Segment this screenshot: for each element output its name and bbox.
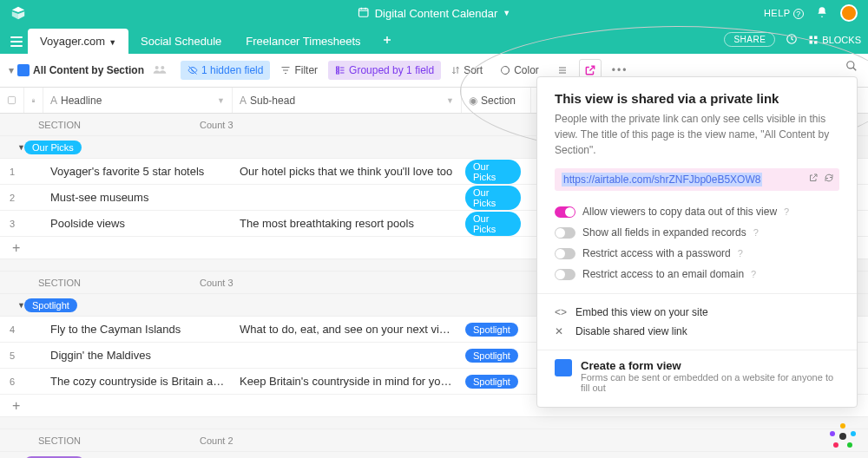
blocks-button[interactable]: BLOCKS (808, 35, 861, 45)
tab-freelancer-timesheets[interactable]: Freelancer Timesheets (233, 29, 372, 54)
refresh-link-icon[interactable] (824, 173, 834, 186)
svg-point-6 (161, 66, 164, 69)
svg-rect-0 (358, 8, 368, 16)
grid-view-icon (17, 64, 30, 76)
svg-point-11 (847, 62, 854, 69)
view-name[interactable]: All Content by Section (33, 64, 144, 76)
cell-section[interactable]: Spotlight (462, 375, 524, 389)
cell-headline[interactable]: The cozy countryside is Britain at its b… (43, 375, 233, 388)
cell-subhead[interactable]: What to do, eat, and see on your next vi… (233, 323, 462, 336)
cell-headline[interactable]: Diggin' the Maldives (43, 349, 233, 362)
help-link[interactable]: HELP ? (764, 8, 804, 19)
avatar[interactable] (840, 4, 858, 22)
base-title[interactable]: Digital Content Calendar (375, 7, 498, 20)
hidden-fields-button[interactable]: 1 hidden field (181, 61, 270, 80)
cell-subhead[interactable]: Keep Britain's countryside in mind for y… (233, 375, 462, 388)
svg-rect-2 (814, 36, 818, 39)
select-all-checkbox[interactable] (0, 88, 24, 113)
cell-headline[interactable]: Fly to the Cayman Islands (43, 323, 233, 336)
toggle[interactable] (555, 206, 575, 218)
sort-button[interactable]: Sort (444, 61, 490, 80)
toggle[interactable] (555, 227, 575, 239)
share-view-popover: This view is shared via a private link P… (536, 76, 858, 408)
form-icon (555, 359, 572, 376)
group-button[interactable]: Grouped by 1 field (328, 61, 441, 80)
help-icon[interactable]: ? (751, 269, 756, 279)
share-link-field[interactable]: https://airtable.com/shrZNFJbp0eB5XOW8 (555, 168, 839, 191)
share-button[interactable]: SHARE (724, 32, 775, 47)
view-switcher-icon[interactable]: ▾ (9, 64, 14, 76)
bell-icon[interactable] (816, 6, 828, 21)
filter-button[interactable]: Filter (273, 61, 325, 80)
svg-rect-9 (337, 72, 339, 74)
cell-headline[interactable]: Must-see museums (43, 191, 233, 204)
svg-point-5 (155, 66, 159, 69)
group-header: SECTIONCount 2 (0, 429, 868, 452)
help-icon[interactable]: ? (753, 227, 759, 238)
table-tabs: Voyager.com▼Social ScheduleFreelancer Ti… (0, 26, 868, 54)
svg-rect-12 (8, 96, 15, 103)
collaborators-icon[interactable] (153, 64, 167, 77)
svg-rect-7 (337, 67, 339, 69)
share-option[interactable]: Restrict access with a password ? (555, 243, 839, 264)
add-table-button[interactable] (375, 31, 399, 51)
cell-subhead[interactable]: Our hotel picks that we think you'll lov… (233, 165, 462, 178)
column-headline[interactable]: AHeadline▼ (43, 88, 233, 113)
app-titlebar: Digital Content Calendar ▼ HELP ? (0, 0, 868, 26)
cell-section[interactable]: Our Picks (462, 160, 524, 184)
toggle[interactable] (555, 269, 575, 280)
svg-rect-3 (810, 41, 813, 44)
popover-title: This view is shared via a private link (555, 91, 839, 106)
column-subhead[interactable]: ASub-head▼ (233, 88, 462, 113)
cell-headline[interactable]: Poolside views (43, 217, 233, 230)
toggle[interactable] (555, 248, 575, 259)
svg-rect-1 (810, 36, 813, 39)
help-icon[interactable]: ? (738, 248, 743, 258)
search-icon[interactable] (845, 60, 858, 75)
cell-section[interactable]: Our Picks (462, 212, 524, 236)
share-option[interactable]: Show all fields in expanded records ? (555, 222, 839, 243)
help-fab[interactable] (830, 423, 856, 449)
history-icon[interactable] (786, 33, 798, 47)
share-option[interactable]: Allow viewers to copy data out of this v… (555, 201, 839, 222)
embed-view-action[interactable]: <>Embed this view on your site (555, 303, 839, 322)
cell-section[interactable]: Spotlight (462, 349, 524, 363)
group-pill-row[interactable]: ▼Food Fare (0, 452, 868, 458)
tab-social-schedule[interactable]: Social Schedule (128, 29, 233, 54)
menu-icon[interactable] (7, 33, 26, 50)
svg-rect-8 (337, 69, 339, 71)
calendar-icon (358, 6, 370, 21)
column-section[interactable]: ◉Section (462, 88, 531, 113)
cell-headline[interactable]: Voyager's favorite 5 star hotels (43, 165, 233, 178)
cell-section[interactable]: Spotlight (462, 323, 524, 337)
share-option[interactable]: Restrict access to an email domain ? (555, 264, 839, 285)
tab-voyager-com[interactable]: Voyager.com▼ (28, 29, 128, 54)
popover-description: People with the private link can only se… (555, 111, 839, 158)
create-form-action[interactable]: Create a form view Forms can be sent or … (555, 359, 839, 393)
svg-rect-4 (814, 41, 818, 44)
help-icon[interactable]: ? (784, 206, 789, 217)
logo-icon (10, 5, 26, 21)
chevron-down-icon[interactable]: ▼ (503, 9, 510, 17)
open-link-icon[interactable] (808, 173, 819, 186)
cell-subhead[interactable]: The most breathtaking resort pools (233, 217, 462, 230)
disable-link-action[interactable]: ✕Disable shared view link (555, 322, 839, 341)
lock-icon (24, 88, 43, 113)
cell-section[interactable]: Our Picks (462, 186, 524, 210)
